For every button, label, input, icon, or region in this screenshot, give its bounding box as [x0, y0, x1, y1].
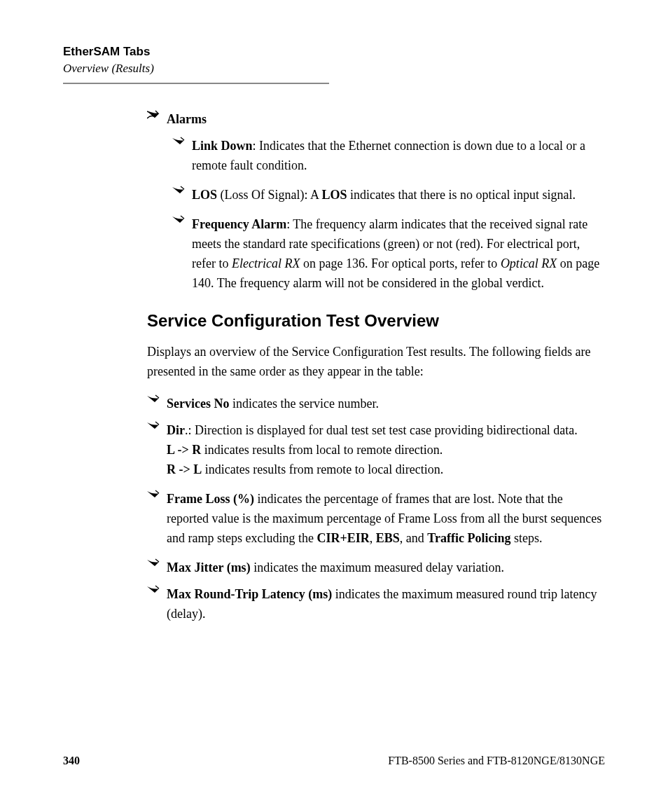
document-page: EtherSAM Tabs Overview (Results) Alarms …	[0, 0, 668, 812]
chapter-subtitle: Overview (Results)	[63, 62, 605, 76]
list-item-body: Max Round-Trip Latency (ms) indicates th…	[167, 584, 605, 624]
page-header: EtherSAM Tabs Overview (Results)	[63, 45, 605, 84]
bullet-arrow-icon	[147, 421, 167, 431]
list-item: Link Down: Indicates that the Ethernet c…	[172, 136, 605, 175]
header-rule	[63, 83, 329, 84]
list-item-body: Frequency Alarm: The frequency alarm ind…	[192, 214, 605, 293]
bullet-arrow-icon	[172, 186, 192, 195]
bullet-arrow-icon	[172, 137, 192, 146]
page-footer: 340 FTB-8500 Series and FTB-8120NGE/8130…	[63, 755, 605, 767]
list-item-body: Link Down: Indicates that the Ethernet c…	[192, 136, 605, 175]
bullet-arrow-icon	[147, 490, 167, 500]
page-content: Alarms Link Down: Indicates that the Eth…	[147, 109, 605, 624]
section-heading: Service Configuration Test Overview	[147, 311, 605, 331]
bullet-arrow-icon	[147, 394, 167, 404]
list-item-body: Dir.: Direction is displayed for dual te…	[167, 420, 578, 479]
list-item: Frequency Alarm: The frequency alarm ind…	[172, 214, 605, 293]
chapter-title: EtherSAM Tabs	[63, 45, 605, 59]
list-item-label: Alarms	[167, 109, 207, 129]
alarms-sublist: Link Down: Indicates that the Ethernet c…	[172, 136, 605, 293]
list-item-body: LOS (Loss Of Signal): A LOS indicates th…	[192, 185, 576, 205]
list-item: Max Jitter (ms) indicates the maximum me…	[147, 558, 605, 577]
page-number: 340	[63, 755, 80, 767]
list-item: Max Round-Trip Latency (ms) indicates th…	[147, 584, 605, 624]
list-item: Alarms	[147, 109, 605, 129]
list-item: Dir.: Direction is displayed for dual te…	[147, 420, 605, 479]
bullet-arrow-icon	[172, 215, 192, 225]
bullet-arrow-icon	[147, 110, 167, 120]
section-intro: Displays an overview of the Service Conf…	[147, 342, 605, 381]
list-item-body: Max Jitter (ms) indicates the maximum me…	[167, 558, 504, 577]
product-name: FTB-8500 Series and FTB-8120NGE/8130NGE	[388, 755, 605, 767]
bullet-arrow-icon	[147, 585, 167, 595]
list-item: Services No indicates the service number…	[147, 394, 605, 413]
list-item: Frame Loss (%) indicates the percentage …	[147, 489, 605, 548]
bullet-arrow-icon	[147, 558, 167, 568]
list-item-body: Services No indicates the service number…	[167, 394, 379, 413]
list-item: LOS (Loss Of Signal): A LOS indicates th…	[172, 185, 605, 205]
list-item-body: Frame Loss (%) indicates the percentage …	[167, 489, 605, 548]
